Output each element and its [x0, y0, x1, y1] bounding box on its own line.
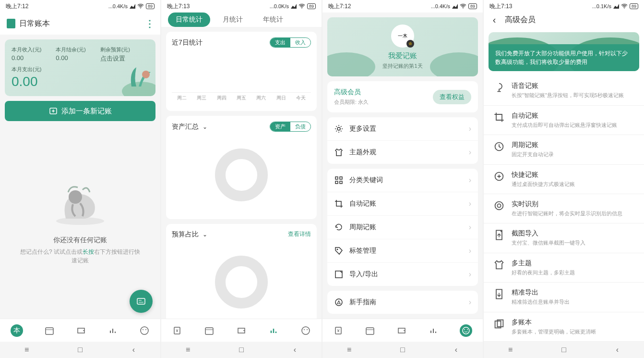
- back-button[interactable]: ‹: [489, 14, 500, 25]
- item-theme[interactable]: 主题外观 ›: [327, 140, 478, 164]
- svg-point-46: [463, 327, 469, 334]
- tab-yearly-stats[interactable]: 年统计: [255, 12, 291, 27]
- feature-desc: 长按"智能记账"悬浮按钮，即可实现5秒极速记账: [512, 92, 634, 99]
- feature-item[interactable]: 多账本 多套账本，管理更明确，记账更清晰: [484, 312, 644, 342]
- tab-monthly-stats[interactable]: 月统计: [215, 12, 250, 27]
- feature-icon: [493, 288, 505, 300]
- avatar[interactable]: 一木 ♔: [391, 25, 414, 48]
- status-time: 晚上7:13: [167, 2, 190, 11]
- nav-recent-icon[interactable]: ≡: [345, 346, 354, 354]
- budget-label: 剩余预算(元): [100, 46, 130, 53]
- card-budget-ratio: 预算占比 ⌄ 查看详情: [166, 224, 317, 319]
- nav-recent-icon[interactable]: ≡: [183, 346, 193, 354]
- tab-stats[interactable]: [428, 325, 439, 336]
- tab-profile[interactable]: [460, 324, 472, 337]
- system-nav: ≡ □ ‹: [322, 342, 483, 358]
- item-tag-manage[interactable]: 标签管理 ›: [327, 239, 478, 262]
- tab-wallet[interactable]: [236, 325, 247, 336]
- tab-calendar[interactable]: [44, 325, 55, 336]
- pill-asset[interactable]: 资产: [270, 122, 290, 131]
- tab-wallet[interactable]: [76, 325, 86, 336]
- tab-home[interactable]: ¥: [333, 325, 344, 336]
- nav-home-icon[interactable]: □: [398, 346, 407, 354]
- tab-home[interactable]: ¥: [172, 325, 182, 336]
- nav-recent-icon[interactable]: ≡: [22, 346, 32, 354]
- nav-home-icon[interactable]: □: [237, 346, 246, 354]
- item-import-export[interactable]: 导入/导出 ›: [327, 262, 478, 286]
- nav-back-icon[interactable]: ‹: [129, 346, 138, 354]
- chevron-down-icon[interactable]: ⌄: [203, 123, 207, 130]
- chevron-right-icon: ›: [469, 270, 471, 279]
- feature-item[interactable]: 截图导入 支付宝、微信账单截图一键导入: [484, 223, 644, 253]
- item-period-record[interactable]: 周期记账 ›: [327, 215, 478, 239]
- feature-item[interactable]: 精准导出 精准筛选任意账单并导出: [484, 283, 644, 312]
- pill-income[interactable]: 收入: [290, 38, 310, 47]
- vip-card[interactable]: 高级会员 会员期限: 永久 查看权益: [327, 81, 478, 112]
- tab-calendar[interactable]: [204, 325, 215, 336]
- summary-card: 本月收入(元) 0.00 本月结余(元) 0.00 剩余预算(元) 点击设置 本…: [5, 39, 155, 96]
- nav-home-icon[interactable]: □: [559, 346, 569, 354]
- chevron-right-icon: ›: [469, 176, 471, 185]
- nav-recent-icon[interactable]: ≡: [506, 346, 515, 354]
- status-bar: 晚上7:13 ...0.0K/s 89: [161, 0, 322, 12]
- status-time: 晚上7:12: [6, 2, 28, 11]
- nav-back-icon[interactable]: ‹: [612, 346, 622, 354]
- item-category-keywords[interactable]: 分类关键词 ›: [327, 169, 478, 192]
- svg-rect-11: [46, 328, 53, 334]
- svg-point-49: [624, 8, 625, 9]
- svg-rect-34: [335, 181, 338, 184]
- svg-rect-22: [205, 328, 213, 334]
- status-time: 晚上7:13: [489, 2, 512, 11]
- feature-item[interactable]: 语音记账 长按"智能记账"悬浮按钮，即可实现5秒极速记账: [484, 76, 644, 105]
- status-bar: 晚上7:13 ...0.1K/s 89: [484, 0, 644, 12]
- view-benefits-button[interactable]: 查看权益: [433, 90, 471, 104]
- nav-back-icon[interactable]: ‹: [290, 346, 299, 354]
- svg-point-53: [497, 204, 501, 207]
- nav-home-icon[interactable]: □: [75, 346, 85, 354]
- feature-item[interactable]: 快捷记账 通过桌面快捷方式极速记账: [484, 165, 644, 194]
- feature-item[interactable]: 周期记账 固定开支自动记录: [484, 135, 644, 164]
- tab-home[interactable]: 本: [11, 324, 23, 337]
- bottom-nav: ¥: [322, 319, 483, 342]
- item-newbie-guide[interactable]: 新手指南 ›: [327, 291, 478, 314]
- card-title[interactable]: 预算占比: [172, 230, 199, 238]
- pill-expense[interactable]: 支出: [270, 38, 290, 47]
- screen-profile: 晚上7:12 ...0.4K/s 89 一木 ♔ 我爱记账 坚持记账的第1天 高…: [322, 0, 483, 358]
- nav-back-icon[interactable]: ‹: [451, 346, 461, 354]
- item-auto-record[interactable]: 自动记账 ›: [327, 192, 478, 215]
- view-detail-link[interactable]: 查看详情: [288, 230, 311, 238]
- svg-point-27: [302, 327, 310, 334]
- tab-stats[interactable]: [107, 325, 118, 336]
- feature-title: 截图导入: [512, 229, 634, 238]
- tab-wallet[interactable]: [396, 325, 407, 336]
- balance-label: 本月结余(元): [56, 46, 85, 53]
- chevron-right-icon: ›: [469, 223, 471, 232]
- svg-rect-35: [340, 181, 342, 184]
- tab-calendar[interactable]: [365, 325, 375, 336]
- empty-illustration: [47, 175, 114, 228]
- tab-stats[interactable]: [268, 325, 279, 336]
- compass-icon: [334, 297, 344, 307]
- feature-item[interactable]: 实时识别 在进行智能记账时，将会实时显示识别后的信息: [484, 194, 644, 223]
- tab-daily-stats[interactable]: 日常统计: [168, 12, 210, 27]
- svg-point-31: [337, 127, 340, 130]
- quick-add-fab[interactable]: [130, 290, 153, 313]
- page-title: 高级会员: [505, 15, 536, 25]
- tab-profile[interactable]: [139, 325, 150, 336]
- item-more-settings[interactable]: 更多设置 ›: [327, 117, 478, 140]
- svg-rect-41: [366, 328, 374, 334]
- svg-point-52: [495, 202, 503, 210]
- card-title[interactable]: 资产汇总: [172, 123, 199, 130]
- status-bar: 晚上7:12 ...0.4K/s 89: [322, 0, 483, 12]
- more-menu-icon[interactable]: ⋮: [145, 18, 154, 29]
- add-record-button[interactable]: 添加一条新记账: [5, 101, 155, 121]
- feature-icon: [493, 141, 505, 152]
- ledger-title[interactable]: 日常账本: [19, 19, 145, 29]
- feature-item[interactable]: 自动记账 支付成功后即可自动弹出记账悬浮窗快速记账: [484, 106, 644, 135]
- pill-debt[interactable]: 负债: [290, 122, 310, 131]
- chevron-down-icon[interactable]: ⌄: [203, 231, 207, 238]
- donut-chart-asset: [172, 136, 311, 213]
- svg-point-19: [301, 8, 302, 9]
- feature-item[interactable]: 多主题 好看的夜间主题，多彩主题: [484, 253, 644, 283]
- tab-profile[interactable]: [300, 325, 311, 336]
